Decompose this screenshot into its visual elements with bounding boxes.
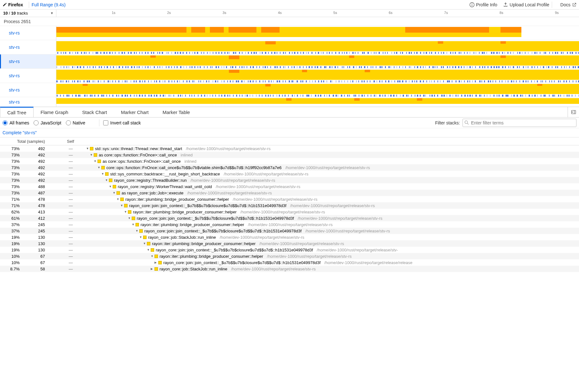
tab-marker-chart[interactable]: Marker Chart [114, 107, 156, 117]
radio-input[interactable] [34, 120, 39, 125]
disclosure-triangle-icon[interactable]: ▼ [98, 166, 101, 169]
func-cell: ▶rayon_core::join::join_context::_$u7b$$… [86, 260, 579, 265]
tab-call-tree[interactable]: Call Tree [0, 107, 34, 117]
category-box-icon [151, 248, 154, 252]
tree-row[interactable]: 73%487—▼ as rayon_core::job::Job>::execu… [0, 190, 579, 196]
tree-row[interactable]: 8.7%58—▶rayon_core::job::StackJob::run_i… [0, 266, 579, 272]
tree-row[interactable]: 73%492—▼ as core::ops::function::FnOnce>… [0, 152, 579, 158]
track-label[interactable]: stv-rs [0, 83, 56, 97]
col-total-header[interactable]: Total (samples) [0, 139, 47, 144]
disclosure-triangle-icon[interactable]: ▼ [139, 236, 143, 239]
tree-row[interactable]: 73%492—▼rayon_core::registry::ThreadBuil… [0, 177, 579, 183]
tree-row[interactable]: 73%492—▼std::sys::unix::thread::Thread::… [0, 145, 579, 152]
tree-row[interactable]: 10%67—▼rayon::iter::plumbing::bridge_pro… [0, 253, 579, 259]
tab-stack-chart[interactable]: Stack Chart [75, 107, 114, 117]
col-self-header[interactable]: Self [47, 139, 77, 144]
tree-row[interactable]: 71%478—▼rayon_core::join::join_context::… [0, 202, 579, 209]
checkbox-input[interactable] [103, 120, 108, 125]
function-name: as core::ops::function::FnOnce>::call_on… [99, 153, 177, 157]
docs-link[interactable]: Docs [560, 2, 576, 7]
ruler-tick: 1s [112, 11, 116, 15]
search-icon [464, 120, 469, 126]
function-path: inlined [181, 153, 193, 157]
disclosure-triangle-icon[interactable]: ▼ [94, 160, 98, 163]
track-row-selected[interactable]: stv-rs [0, 54, 579, 69]
track-graph[interactable] [56, 26, 579, 40]
track-row[interactable]: stv-rs [0, 26, 579, 40]
tab-marker-table[interactable]: Marker Table [155, 107, 197, 117]
disclosure-triangle-icon[interactable]: ▼ [135, 229, 139, 232]
track-label[interactable]: stv-rs [0, 40, 56, 54]
disclosure-triangle-icon[interactable]: ▼ [132, 223, 135, 226]
track-graph[interactable] [56, 54, 579, 68]
radio-javascript[interactable]: JavaScript [34, 120, 61, 125]
edit-icon[interactable] [3, 3, 7, 7]
sidebar-toggle-button[interactable] [568, 107, 579, 117]
profile-info-link[interactable]: Profile Info [469, 2, 497, 7]
disclosure-triangle-icon[interactable]: ▼ [151, 255, 154, 258]
tree-row[interactable]: 19%130—▼rayon_core::job::StackJob::run_i… [0, 234, 579, 240]
tree-row[interactable]: 73%488—▼rayon_core::registry::WorkerThre… [0, 183, 579, 190]
radio-input[interactable] [3, 120, 8, 125]
range-link[interactable]: Full Range (9.4s) [32, 2, 66, 7]
tree-row[interactable]: 37%245—▼rayon_core::join::join_context::… [0, 228, 579, 234]
tree-row[interactable]: 19%130—▼rayon_core::join::join_context::… [0, 247, 579, 253]
func-cell: ▼std::sys::unix::thread::Thread::new::th… [86, 146, 579, 151]
track-row[interactable]: stv-rs [0, 97, 579, 107]
disclosure-triangle-icon[interactable]: ▶ [151, 267, 154, 270]
disclosure-triangle-icon[interactable]: ▼ [101, 172, 105, 175]
disclosure-triangle-icon[interactable]: ▼ [120, 204, 124, 207]
track-label[interactable]: stv-rs [0, 26, 56, 40]
tree-row[interactable]: 19%130—▼rayon::iter::plumbing::bridge_pr… [0, 240, 579, 247]
tree-row[interactable]: 10%67—▶rayon_core::join::join_context::_… [0, 259, 579, 266]
tree-row[interactable]: 62%413—▼rayon::iter::plumbing::bridge_pr… [0, 209, 579, 215]
tree-row[interactable]: 73%492—▼core::ops::function::FnOnce::cal… [0, 164, 579, 171]
tree-row[interactable]: 73%492—▼std::sys_common::backtrace::__ru… [0, 171, 579, 177]
track-graph[interactable] [56, 69, 579, 83]
disclosure-triangle-icon[interactable]: ▼ [86, 147, 90, 150]
external-icon [572, 3, 576, 7]
filter-stacks-input[interactable] [463, 119, 576, 127]
tree-row[interactable]: 73%492—▼ as core::ops::function::FnOnce>… [0, 158, 579, 164]
tree-row[interactable]: 71%478—▼rayon::iter::plumbing::bridge_pr… [0, 196, 579, 202]
track-row[interactable]: stv-rs [0, 83, 579, 97]
track-count-dropdown[interactable]: 10 / 10 tracks ▼ [0, 9, 56, 17]
category-box-icon [116, 191, 120, 195]
disclosure-triangle-icon[interactable]: ▼ [147, 248, 151, 251]
category-box-icon [90, 147, 93, 150]
tree-row[interactable]: 61%412—▼rayon_core::join::join_context::… [0, 215, 579, 221]
upload-link[interactable]: Upload Local Profile [503, 2, 549, 7]
track-row[interactable]: stv-rs [0, 40, 579, 54]
track-row[interactable]: stv-rs [0, 69, 579, 83]
radio-all-frames[interactable]: All frames [3, 120, 29, 125]
category-box-icon [94, 153, 97, 157]
self-cell: — [47, 159, 77, 164]
disclosure-triangle-icon[interactable]: ▼ [143, 242, 147, 245]
disclosure-triangle-icon[interactable]: ▼ [105, 179, 109, 182]
pct-cell: 10% [0, 254, 20, 259]
category-box-icon [98, 160, 101, 163]
invert-checkbox[interactable]: Invert call stack [103, 120, 141, 125]
self-cell: — [47, 260, 77, 265]
disclosure-triangle-icon[interactable]: ▶ [154, 261, 158, 264]
track-label[interactable]: stv-rs [0, 69, 56, 83]
track-label[interactable]: stv-rs [0, 54, 56, 68]
radio-input[interactable] [66, 120, 71, 125]
track-graph[interactable] [56, 97, 579, 107]
disclosure-triangle-icon[interactable]: ▼ [124, 210, 128, 213]
complete-link[interactable]: Complete "stv-rs" [0, 128, 579, 137]
disclosure-triangle-icon[interactable]: ▼ [90, 153, 94, 156]
disclosure-triangle-icon[interactable]: ▼ [113, 191, 116, 194]
track-label[interactable]: stv-rs [0, 97, 56, 107]
tab-flame-graph[interactable]: Flame Graph [34, 107, 75, 117]
disclosure-triangle-icon[interactable]: ▼ [128, 217, 132, 220]
track-graph[interactable] [56, 83, 579, 97]
disclosure-triangle-icon[interactable]: ▼ [109, 185, 113, 188]
disclosure-triangle-icon[interactable]: ▼ [116, 198, 120, 201]
timeline-ruler[interactable]: 1s2s3s4s5s6s7s8s9s [56, 9, 579, 17]
call-tree-body[interactable]: 73%492—▼std::sys::unix::thread::Thread::… [0, 145, 579, 272]
tree-row[interactable]: 37%245—▼rayon::iter::plumbing::bridge_pr… [0, 221, 579, 228]
track-graph[interactable] [56, 40, 579, 54]
radio-native[interactable]: Native [66, 120, 85, 125]
process-header[interactable]: Process 2651 [0, 17, 579, 26]
